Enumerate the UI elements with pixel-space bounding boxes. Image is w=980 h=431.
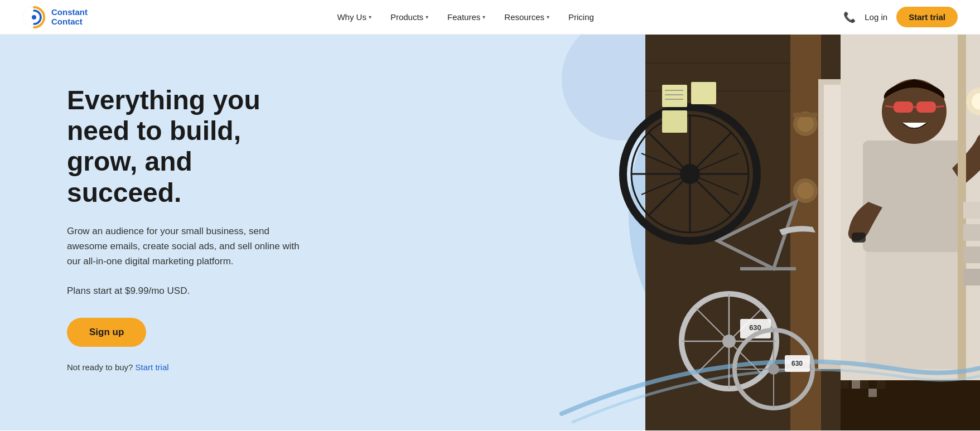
- logo-line2: Contact: [51, 17, 88, 27]
- logo-text: Constant Contact: [51, 8, 88, 26]
- nav-label-products: Products: [390, 12, 423, 22]
- svg-rect-37: [662, 110, 687, 133]
- chevron-down-icon: ▾: [547, 14, 549, 20]
- chevron-down-icon: ▾: [426, 14, 428, 20]
- svg-line-50: [885, 106, 894, 107]
- svg-rect-64: [868, 389, 877, 397]
- svg-rect-58: [963, 246, 980, 263]
- svg-rect-35: [662, 85, 687, 107]
- nav-item-resources[interactable]: Resources ▾: [496, 8, 557, 26]
- phone-icon: 📞: [843, 11, 856, 23]
- svg-rect-59: [963, 269, 980, 285]
- not-ready-label: Not ready to buy?: [67, 362, 133, 372]
- svg-rect-16: [645, 62, 790, 64]
- svg-point-9: [797, 115, 814, 132]
- hero-subtitle: Grow an audience for your small business…: [67, 224, 312, 269]
- svg-rect-47: [894, 101, 913, 113]
- hero-pricing: Plans start at $9.99/mo USD.: [67, 285, 312, 297]
- svg-point-12: [797, 182, 814, 199]
- svg-text:630: 630: [791, 360, 803, 367]
- nav-item-pricing[interactable]: Pricing: [561, 8, 602, 26]
- hero-section: Everything you need to build, grow, and …: [0, 35, 980, 430]
- svg-rect-52: [852, 233, 866, 243]
- hero-content: Everything you need to build, grow, and …: [0, 35, 346, 405]
- hero-title: Everything you need to build, grow, and …: [67, 85, 312, 208]
- svg-rect-56: [963, 202, 980, 219]
- signup-button[interactable]: Sign up: [67, 318, 146, 347]
- nav-item-features[interactable]: Features ▾: [440, 8, 493, 26]
- nav-item-products[interactable]: Products ▾: [383, 8, 436, 26]
- svg-rect-61: [841, 380, 849, 389]
- nav-label-pricing: Pricing: [568, 12, 594, 22]
- chevron-down-icon: ▾: [369, 14, 371, 20]
- svg-rect-65: [877, 380, 885, 389]
- svg-rect-63: [860, 380, 868, 389]
- nav-label-features: Features: [447, 12, 480, 22]
- navbar: Constant Contact Why Us ▾ Products ▾ Fea…: [0, 0, 980, 35]
- svg-point-1: [32, 15, 36, 20]
- logo-line1: Constant: [51, 8, 88, 17]
- nav-item-whyus[interactable]: Why Us ▾: [329, 8, 379, 26]
- svg-rect-10: [793, 113, 818, 117]
- svg-line-51: [936, 106, 944, 107]
- not-ready-text: Not ready to buy? Start trial: [67, 362, 312, 372]
- hero-image: 630: [394, 35, 980, 430]
- svg-rect-44: [863, 141, 966, 252]
- svg-rect-48: [916, 101, 936, 113]
- svg-rect-36: [691, 82, 716, 104]
- nav-label-resources: Resources: [504, 12, 544, 22]
- svg-rect-57: [963, 224, 980, 241]
- chevron-down-icon: ▾: [482, 14, 485, 20]
- logo[interactable]: Constant Contact: [22, 6, 88, 29]
- nav-center: Why Us ▾ Products ▾ Features ▾ Resources…: [329, 8, 601, 26]
- start-trial-button[interactable]: Start trial: [896, 7, 958, 27]
- start-trial-link[interactable]: Start trial: [136, 362, 169, 372]
- logo-icon: [22, 6, 46, 29]
- nav-right: 📞 Log in Start trial: [843, 7, 958, 27]
- nav-label-whyus: Why Us: [337, 12, 366, 22]
- svg-rect-62: [852, 380, 860, 389]
- login-link[interactable]: Log in: [865, 12, 887, 22]
